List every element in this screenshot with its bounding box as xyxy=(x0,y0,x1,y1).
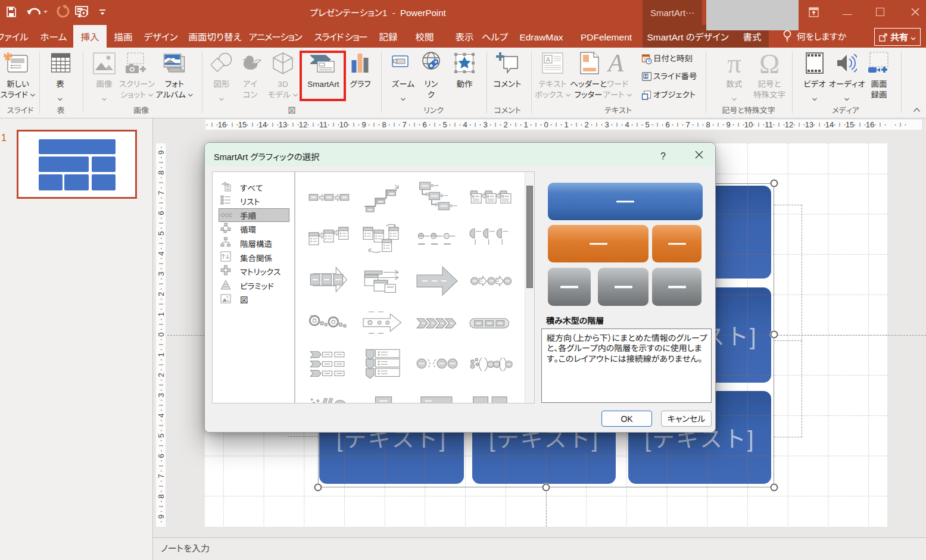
svg-text:9: 9 xyxy=(157,514,166,518)
svg-text:4: 4 xyxy=(157,413,166,417)
svg-text:1: 1 xyxy=(157,312,166,316)
svg-text:12: 12 xyxy=(785,120,793,129)
svg-text:8: 8 xyxy=(382,120,386,129)
svg-text:14: 14 xyxy=(825,120,834,129)
svg-text:π: π xyxy=(727,51,741,77)
svg-text:15: 15 xyxy=(238,120,247,129)
svg-text:6: 6 xyxy=(157,211,166,215)
svg-text:1: 1 xyxy=(564,120,568,129)
svg-text:13: 13 xyxy=(279,120,287,129)
svg-text:7: 7 xyxy=(685,120,690,129)
svg-text:5: 5 xyxy=(157,433,166,437)
svg-text:11: 11 xyxy=(765,120,773,129)
svg-text:A: A xyxy=(546,56,551,63)
svg-text:13: 13 xyxy=(805,120,813,129)
svg-text:5: 5 xyxy=(157,231,166,235)
svg-text:6: 6 xyxy=(157,453,166,458)
svg-text:11: 11 xyxy=(319,120,328,129)
svg-text:7: 7 xyxy=(157,474,166,478)
svg-text:7: 7 xyxy=(402,120,406,129)
svg-text:0: 0 xyxy=(157,332,166,336)
svg-text:2: 2 xyxy=(503,120,507,129)
svg-text:1: 1 xyxy=(523,120,528,129)
svg-text:16: 16 xyxy=(218,120,226,129)
svg-text:15: 15 xyxy=(846,120,854,129)
svg-text:0: 0 xyxy=(544,120,548,129)
svg-text:4: 4 xyxy=(463,120,467,129)
svg-text:16: 16 xyxy=(866,120,874,129)
svg-text:A: A xyxy=(606,51,623,75)
svg-text:7: 7 xyxy=(157,190,166,195)
svg-text:5: 5 xyxy=(442,120,447,129)
svg-text:9: 9 xyxy=(157,150,166,154)
svg-text:8: 8 xyxy=(157,494,166,498)
svg-text:10: 10 xyxy=(744,120,753,129)
svg-text:3: 3 xyxy=(157,271,166,276)
svg-text:Ω: Ω xyxy=(759,51,780,77)
svg-text:3: 3 xyxy=(604,120,609,129)
svg-text:14: 14 xyxy=(258,120,267,129)
svg-text:4: 4 xyxy=(157,251,166,255)
svg-text:6: 6 xyxy=(422,120,426,129)
svg-text:12: 12 xyxy=(299,120,307,129)
svg-text:2: 2 xyxy=(157,373,166,377)
svg-text:2: 2 xyxy=(584,120,588,129)
svg-text:3: 3 xyxy=(483,120,487,129)
svg-text:9: 9 xyxy=(361,120,366,129)
svg-text:5: 5 xyxy=(645,120,649,129)
svg-text:8: 8 xyxy=(157,170,166,174)
svg-text:8: 8 xyxy=(706,120,710,129)
svg-text:2: 2 xyxy=(157,292,166,296)
svg-text:10: 10 xyxy=(339,120,348,129)
svg-text:6: 6 xyxy=(665,120,669,129)
svg-text:3: 3 xyxy=(157,393,166,397)
svg-text:1: 1 xyxy=(157,352,166,356)
svg-text:9: 9 xyxy=(726,120,730,129)
svg-text:4: 4 xyxy=(625,120,629,129)
